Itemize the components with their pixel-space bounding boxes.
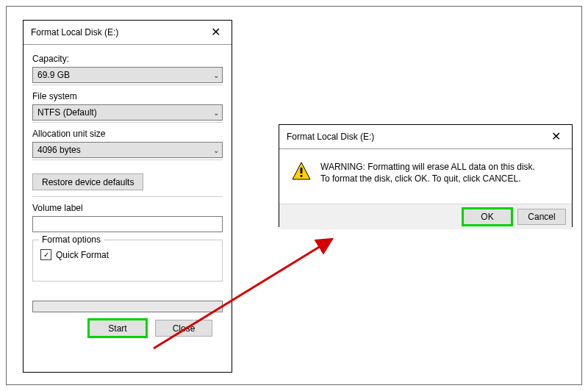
dialog-title: Format Local Disk (E:) <box>31 27 118 37</box>
allocation-value: 4096 bytes <box>37 145 81 155</box>
divider <box>32 159 223 160</box>
quick-format-label: Quick Format <box>56 250 109 260</box>
dialog-body: Capacity: 69.9 GB ⌄ File system NTFS (De… <box>24 45 232 337</box>
capacity-select[interactable]: 69.9 GB ⌄ <box>32 67 223 83</box>
warning-icon <box>291 161 312 184</box>
titlebar: Format Local Disk (E:) ✕ <box>279 125 572 149</box>
close-button[interactable]: Close <box>155 320 212 337</box>
close-icon[interactable]: ✕ <box>545 128 566 146</box>
warning-text: WARNING: Formatting will erase ALL data … <box>320 161 535 184</box>
format-dialog: Format Local Disk (E:) ✕ Capacity: 69.9 … <box>23 20 232 373</box>
warning-dialog: Format Local Disk (E:) ✕ WARNING: Format… <box>279 124 573 227</box>
allocation-label: Allocation unit size <box>32 126 223 142</box>
titlebar: Format Local Disk (E:) ✕ <box>24 21 232 45</box>
chevron-down-icon: ⌄ <box>213 146 219 154</box>
divider <box>32 196 223 197</box>
allocation-select[interactable]: 4096 bytes ⌄ <box>32 142 223 158</box>
filesystem-label: File system <box>32 88 223 104</box>
quick-format-checkbox[interactable]: ✓ <box>40 249 51 260</box>
chevron-down-icon: ⌄ <box>213 71 219 79</box>
progress-bar <box>32 301 223 312</box>
ok-button[interactable]: OK <box>463 209 512 225</box>
canvas: Format Local Disk (E:) ✕ Capacity: 69.9 … <box>6 6 582 385</box>
filesystem-select[interactable]: NTFS (Default) ⌄ <box>32 104 223 121</box>
close-icon[interactable]: ✕ <box>205 24 226 41</box>
cancel-button[interactable]: Cancel <box>517 209 566 225</box>
volume-label-label: Volume label <box>32 200 223 216</box>
capacity-value: 69.9 GB <box>37 70 70 80</box>
warning-line2: To format the disk, click OK. To quit, c… <box>320 173 535 184</box>
filesystem-value: NTFS (Default) <box>37 107 97 118</box>
divider <box>32 122 223 123</box>
capacity-label: Capacity: <box>32 51 223 67</box>
svg-rect-1 <box>301 168 303 173</box>
volume-label-input[interactable] <box>32 216 223 232</box>
chevron-down-icon: ⌄ <box>213 109 219 117</box>
svg-rect-2 <box>301 175 303 177</box>
format-options-group: Format options ✓ Quick Format <box>32 240 223 281</box>
warning-line1: WARNING: Formatting will erase ALL data … <box>320 161 535 173</box>
warning-buttons: OK Cancel <box>279 204 572 229</box>
dialog-title: Format Local Disk (E:) <box>287 132 374 142</box>
format-options-label: Format options <box>39 234 104 245</box>
warning-body: WARNING: Formatting will erase ALL data … <box>279 149 572 204</box>
start-button[interactable]: Start <box>89 320 146 337</box>
restore-defaults-button[interactable]: Restore device defaults <box>32 173 143 190</box>
divider <box>32 85 223 85</box>
